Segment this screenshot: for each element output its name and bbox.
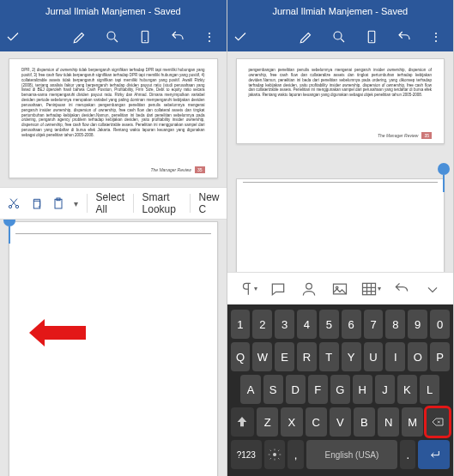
key-b[interactable]: B	[354, 407, 375, 437]
key-o[interactable]: O	[408, 342, 427, 371]
svg-rect-12	[363, 283, 376, 294]
spacebar-key[interactable]: English (USA)	[306, 440, 398, 469]
check-icon[interactable]	[231, 24, 250, 50]
mobile-view-icon[interactable]	[359, 24, 384, 50]
key-7[interactable]: 7	[364, 310, 384, 339]
undo-icon[interactable]	[165, 24, 191, 50]
backspace-key[interactable]	[426, 407, 450, 437]
key-l[interactable]: L	[420, 375, 439, 404]
ruler-line	[243, 182, 439, 183]
svg-rect-4	[33, 201, 39, 208]
key-z[interactable]: Z	[257, 407, 278, 437]
pilcrow-icon[interactable]: ▾	[236, 278, 258, 300]
key-0[interactable]: 0	[430, 310, 450, 339]
page-footer: The Manager Review35	[378, 133, 432, 138]
chevron-down-icon[interactable]: ▾	[74, 199, 78, 208]
ruler-handle-right[interactable]	[438, 163, 450, 175]
key-a[interactable]: A	[240, 375, 260, 404]
svg-point-13	[273, 453, 276, 456]
key-e[interactable]: E	[275, 342, 294, 371]
document-page[interactable]: DPR, 2) dispersion of ownership tidak be…	[9, 58, 218, 178]
shift-key[interactable]	[231, 407, 255, 437]
smart-lookup-button[interactable]: Smart Lookup	[142, 191, 181, 215]
select-all-button[interactable]: Select All	[96, 191, 124, 215]
key-x[interactable]: X	[281, 407, 302, 437]
svg-point-2	[9, 205, 11, 208]
key-c[interactable]: C	[306, 407, 327, 437]
edit-icon[interactable]	[294, 24, 319, 50]
document-page[interactable]: pengembangan penelitian penulis sebelumn…	[236, 58, 445, 144]
document-page[interactable]: The Manager Review35	[9, 221, 218, 476]
svg-point-7	[334, 32, 342, 39]
more-icon[interactable]: ⋮	[424, 24, 450, 50]
key-k[interactable]: K	[397, 375, 417, 404]
virtual-keyboard: 1234567890 QWERTYUIOP ASDFGHJKL ZXCVBNM …	[227, 304, 454, 476]
symbols-key[interactable]: ?123	[231, 440, 263, 469]
period-key[interactable]: .	[400, 440, 415, 469]
window-title: Jurnal Ilmiah Manjemen - Saved	[227, 0, 454, 22]
main-toolbar: ⋮	[227, 22, 454, 51]
key-u[interactable]: U	[364, 342, 384, 371]
more-icon[interactable]: ⋮	[197, 24, 223, 50]
context-menu: ▾ Select All Smart Lookup New C	[0, 187, 227, 220]
key-i[interactable]: I	[385, 342, 405, 371]
page-footer: The Manager Review35	[150, 167, 204, 172]
comma-key[interactable]: ,	[288, 440, 303, 469]
key-y[interactable]: Y	[342, 342, 361, 371]
paste-button[interactable]	[51, 196, 65, 210]
key-1[interactable]: 1	[231, 310, 251, 339]
check-icon[interactable]	[3, 24, 22, 50]
search-icon[interactable]	[100, 24, 125, 50]
key-n[interactable]: N	[378, 407, 399, 437]
key-2[interactable]: 2	[252, 310, 272, 339]
key-g[interactable]: G	[330, 375, 350, 404]
key-w[interactable]: W	[252, 342, 272, 371]
comment-icon[interactable]	[267, 278, 289, 300]
user-icon[interactable]	[298, 278, 320, 300]
new-comment-button[interactable]: New C	[199, 191, 220, 215]
format-tabbar: ▾ ▾	[227, 272, 454, 304]
key-j[interactable]: J	[375, 375, 395, 404]
svg-point-0	[107, 32, 115, 39]
image-icon[interactable]	[329, 278, 351, 300]
svg-point-9	[306, 283, 312, 289]
key-h[interactable]: H	[353, 375, 372, 404]
table-icon[interactable]: ▾	[360, 278, 382, 300]
key-s[interactable]: S	[263, 375, 283, 404]
key-q[interactable]: Q	[231, 342, 251, 371]
annotation-arrow	[43, 326, 86, 340]
key-8[interactable]: 8	[385, 310, 405, 339]
settings-key[interactable]	[264, 440, 285, 469]
copy-button[interactable]	[29, 196, 43, 210]
key-6[interactable]: 6	[342, 310, 361, 339]
undo-icon[interactable]	[391, 24, 417, 50]
mobile-view-icon[interactable]	[132, 24, 158, 50]
key-3[interactable]: 3	[275, 310, 294, 339]
enter-key[interactable]	[418, 440, 450, 469]
key-t[interactable]: T	[319, 342, 339, 371]
search-icon[interactable]	[326, 24, 352, 50]
ruler-line	[15, 233, 211, 234]
key-f[interactable]: F	[308, 375, 328, 404]
key-p[interactable]: P	[430, 342, 450, 371]
key-9[interactable]: 9	[408, 310, 427, 339]
key-d[interactable]: D	[286, 375, 306, 404]
key-5[interactable]: 5	[319, 310, 339, 339]
window-title: Jurnal Ilmiah Manjemen - Saved	[0, 0, 227, 22]
undo-format-icon[interactable]	[390, 278, 413, 300]
document-page[interactable]	[236, 178, 445, 272]
key-m[interactable]: M	[402, 407, 423, 437]
svg-point-3	[15, 205, 18, 208]
edit-icon[interactable]	[67, 24, 93, 50]
document-area[interactable]: pengembangan penelitian penulis sebelumn…	[227, 51, 454, 272]
main-toolbar: ⋮	[0, 22, 227, 51]
collapse-icon[interactable]	[421, 278, 444, 300]
document-area[interactable]: DPR, 2) dispersion of ownership tidak be…	[0, 51, 227, 476]
key-4[interactable]: 4	[297, 310, 317, 339]
key-r[interactable]: R	[297, 342, 317, 371]
key-v[interactable]: V	[330, 407, 351, 437]
cut-button[interactable]	[7, 196, 21, 210]
